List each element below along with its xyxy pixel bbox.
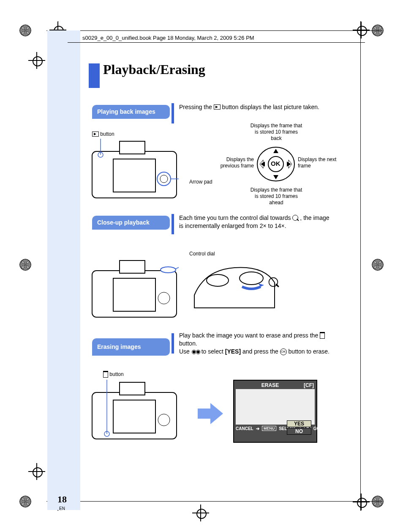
text: and press the: [242, 348, 280, 355]
text: Play back the image you want to erase an…: [179, 332, 320, 339]
footer-go: GO: [313, 426, 320, 431]
footer-ok: OK: [328, 426, 338, 431]
text: button displays the last picture taken.: [222, 104, 319, 110]
yes-token: [YES]: [225, 348, 241, 355]
arrow-right-icon: [196, 401, 225, 426]
svg-point-19: [158, 292, 170, 304]
closeup-intro: Each time you turn the control dial towa…: [179, 214, 331, 230]
svg-rect-26: [113, 400, 155, 433]
erase-intro: Play back the image you want to erase an…: [179, 332, 331, 356]
trash-icon: [320, 332, 325, 339]
erase-yes-option: YES: [287, 420, 311, 427]
crop-line: [46, 30, 382, 31]
svg-point-22: [207, 274, 229, 286]
reg-mark: [19, 25, 31, 36]
crop-mark: [30, 465, 43, 478]
text: button: [108, 371, 124, 377]
erase-button-label: button: [103, 371, 124, 378]
svg-rect-18: [120, 261, 145, 273]
page-language: EN: [59, 506, 65, 511]
control-dial-label: Control dial: [189, 251, 215, 257]
page-margin: [47, 30, 80, 510]
updown-icon: ◉◉: [191, 348, 200, 355]
section-heading-playback: Playing back images: [92, 105, 170, 119]
trash-icon: [103, 371, 108, 378]
card-indicator: [CF]: [304, 382, 314, 388]
reg-mark: [372, 496, 384, 507]
svg-point-20: [161, 267, 176, 273]
svg-point-23: [240, 272, 263, 285]
camera-diagram: [90, 139, 179, 202]
svg-point-28: [158, 414, 170, 426]
footer-cancel: CANCEL: [236, 426, 253, 431]
text: button to erase.: [289, 348, 329, 355]
footer-menu: MENU: [262, 426, 277, 431]
text: button.: [179, 340, 197, 347]
page-number: 18: [57, 494, 67, 505]
text: button: [99, 131, 114, 137]
svg-line-21: [175, 258, 179, 269]
footer-arrow: ➔: [256, 426, 259, 431]
svg-rect-17: [113, 278, 155, 311]
section-heading-erase: Erasing images: [92, 338, 170, 356]
erase-no-option: NO: [287, 428, 311, 435]
text: Each time you turn the control dial towa…: [179, 214, 292, 221]
section-accent: [172, 103, 174, 123]
crop-mark: [355, 24, 368, 36]
section-heading-closeup: Close-up playback: [92, 216, 170, 230]
reg-mark: [19, 496, 31, 507]
crop-line: [46, 501, 382, 502]
crop-line: [360, 21, 361, 511]
doc-header-path: s0029_e_00_0_unified.book Page 18 Monday…: [82, 35, 254, 41]
crop-mark: [194, 507, 207, 519]
section-accent: [172, 333, 174, 354]
footer-arrow: ➔: [322, 426, 326, 431]
dial-ok-label: OK: [271, 160, 280, 167]
page-title: Playback/Erasing: [103, 62, 205, 77]
svg-rect-2: [120, 141, 145, 154]
svg-marker-31: [198, 403, 223, 424]
svg-rect-1: [113, 159, 155, 192]
erase-dialog-title: ERASE: [237, 382, 304, 388]
playback-icon: [214, 104, 221, 110]
arrowpad-diagram: Displays the frame that is stored 10 fra…: [209, 123, 340, 207]
playback-intro: Pressing the button displays the last pi…: [179, 103, 323, 111]
reg-mark: [372, 259, 384, 271]
svg-rect-27: [120, 382, 145, 395]
magnify-icon: [269, 277, 278, 287]
crop-mark: [355, 496, 368, 508]
erase-dialog: ERASE [CF] YES NO CANCEL ➔ MENU SELECT ➔…: [233, 380, 317, 443]
header-rule: [68, 42, 365, 43]
text: Pressing the: [179, 104, 214, 110]
section-accent: [172, 214, 174, 234]
camera-diagram: [90, 380, 179, 443]
text: to select: [202, 348, 225, 355]
svg-point-4: [160, 175, 168, 183]
reg-mark: [19, 259, 31, 271]
ok-icon: OK: [280, 348, 287, 355]
camera-top-detail: [192, 261, 277, 312]
play-button-label: button: [92, 131, 114, 137]
camera-diagram: [90, 258, 179, 321]
playback-icon: [92, 132, 99, 137]
crop-mark: [30, 54, 43, 67]
text: Use: [179, 348, 191, 355]
magnify-icon: [292, 215, 298, 221]
chapter-bar: [89, 63, 100, 88]
